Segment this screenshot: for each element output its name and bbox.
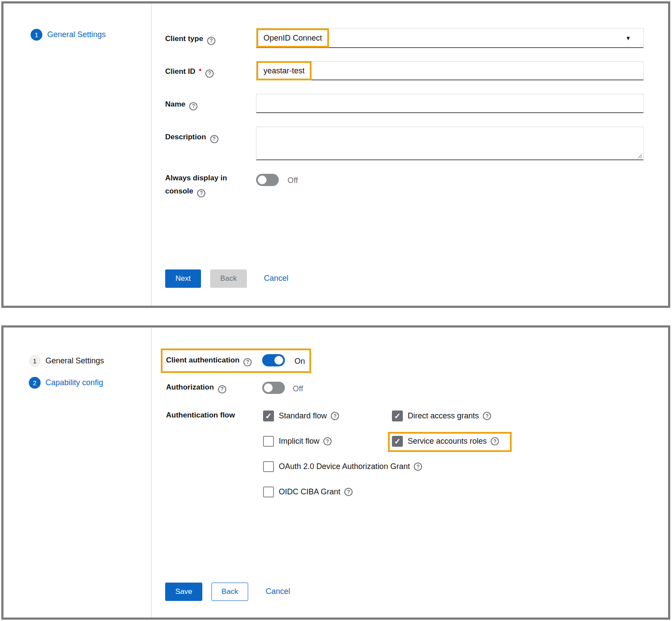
checkbox-box[interactable]: ✓ — [263, 461, 274, 472]
help-icon[interactable]: ? — [189, 102, 197, 110]
back-button[interactable]: Back — [211, 583, 248, 601]
cancel-button[interactable]: Cancel — [266, 587, 290, 596]
sidebar-divider — [151, 3, 152, 306]
checkbox-box[interactable]: ✓ — [263, 436, 274, 447]
checkbox-service-accounts-roles[interactable]: ✓ Service accounts roles ? — [392, 436, 499, 447]
client-id-value-highlight: yeastar-test — [256, 61, 312, 80]
cancel-button[interactable]: Cancel — [264, 274, 288, 283]
wizard-panel-capability-config: 1 General Settings 2 Capability config C… — [1, 325, 670, 620]
authorization-state: Off — [293, 384, 303, 393]
client-type-value: OpenID Connect — [263, 34, 322, 43]
step-number-badge: 1 — [29, 355, 41, 367]
checkbox-box[interactable]: ✓ — [263, 486, 274, 497]
help-icon[interactable]: ? — [243, 358, 252, 366]
name-label: Name? — [165, 98, 197, 111]
help-icon[interactable]: ? — [210, 135, 218, 143]
back-button[interactable]: Back — [210, 269, 247, 288]
name-input[interactable] — [256, 94, 644, 113]
sidebar-divider — [151, 328, 152, 618]
step-label: General Settings — [45, 356, 104, 366]
step-general-settings[interactable]: 1 General Settings — [29, 355, 104, 367]
step-capability-config[interactable]: 2 Capability config — [29, 377, 103, 389]
help-icon[interactable]: ? — [197, 189, 205, 197]
help-icon[interactable]: ? — [331, 412, 339, 420]
description-label: Description? — [165, 131, 218, 144]
help-icon[interactable]: ? — [207, 37, 215, 45]
always-display-toggle[interactable] — [256, 174, 279, 186]
checkbox-direct-access-grants[interactable]: ✓ Direct access grants ? — [392, 411, 491, 421]
step-label: Capability config — [45, 378, 103, 387]
check-icon: ✓ — [265, 412, 272, 420]
help-icon[interactable]: ? — [323, 437, 332, 445]
next-button[interactable]: Next — [165, 269, 201, 288]
toggle-knob — [264, 383, 273, 392]
authentication-flow-label: Authentication flow — [166, 409, 235, 422]
help-icon[interactable]: ? — [218, 385, 226, 393]
client-type-value-highlight: OpenID Connect — [256, 28, 329, 48]
step-general-settings[interactable]: 1 General Settings — [31, 29, 106, 41]
description-textarea[interactable] — [256, 127, 644, 160]
help-icon[interactable]: ? — [205, 69, 214, 78]
chevron-down-icon: ▼ — [625, 35, 631, 41]
checkbox-oauth-device-grant[interactable]: ✓ OAuth 2.0 Device Authorization Grant ? — [263, 461, 422, 472]
always-display-label: Always display in console? — [165, 172, 235, 198]
toggle-knob — [258, 176, 267, 184]
client-authentication-label: Client authentication? — [166, 354, 252, 367]
resize-handle-icon[interactable] — [637, 153, 642, 158]
client-authentication-toggle[interactable] — [262, 354, 285, 366]
required-asterisk: * — [199, 68, 201, 75]
checkbox-standard-flow[interactable]: ✓ Standard flow ? — [263, 411, 339, 421]
step-number-badge: 1 — [31, 29, 42, 41]
checkbox-oidc-ciba-grant[interactable]: ✓ OIDC CIBA Grant ? — [263, 486, 353, 497]
step-number-badge: 2 — [29, 377, 41, 389]
wizard-panel-general-settings: 1 General Settings Client type? ▼ OpenID… — [1, 1, 670, 308]
checkbox-box[interactable]: ✓ — [392, 436, 403, 447]
save-button[interactable]: Save — [165, 583, 202, 601]
checkbox-box[interactable]: ✓ — [263, 411, 274, 421]
toggle-knob — [274, 356, 283, 365]
client-id-value: yeastar-test — [263, 66, 305, 76]
help-icon[interactable]: ? — [483, 412, 491, 420]
always-display-state: Off — [288, 176, 298, 185]
authorization-toggle[interactable] — [262, 382, 285, 394]
client-type-label: Client type? — [165, 32, 215, 45]
client-id-input[interactable] — [256, 61, 644, 80]
check-icon: ✓ — [394, 438, 401, 445]
help-icon[interactable]: ? — [491, 437, 499, 445]
checkbox-implicit-flow[interactable]: ✓ Implicit flow ? — [263, 436, 332, 447]
client-authentication-state: On — [294, 357, 305, 366]
help-icon[interactable]: ? — [414, 462, 422, 471]
authorization-label: Authorization? — [166, 381, 226, 394]
help-icon[interactable]: ? — [344, 488, 353, 496]
step-label: General Settings — [47, 30, 106, 39]
checkbox-box[interactable]: ✓ — [392, 411, 403, 421]
client-id-label: Client ID*? — [165, 65, 214, 78]
check-icon: ✓ — [394, 412, 401, 420]
